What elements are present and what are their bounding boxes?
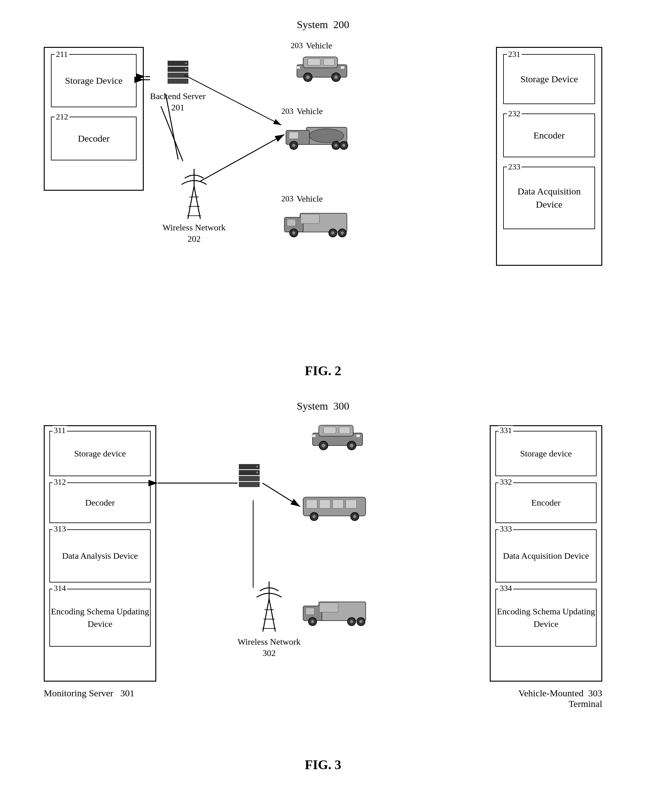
fig2-vehicle-1-id: 203 (291, 41, 303, 50)
svg-rect-14 (308, 58, 320, 66)
fig2-box-232: 232 Encoder (503, 113, 595, 157)
backend-server-label: Backend Server 201 (150, 91, 206, 113)
fig3-right-group: 331 Storage device 332 Encoder 333 Data … (490, 425, 602, 682)
fig3-server (238, 463, 261, 493)
fig2-wireless-network: Wireless Network 202 (163, 159, 225, 245)
svg-point-29 (334, 144, 338, 147)
fig3-label-331: 331 (498, 426, 513, 435)
fig3-label-311: 311 (52, 426, 67, 435)
svg-point-72 (312, 515, 315, 518)
fig2-system-title: System 200 (297, 19, 349, 31)
fig3-wireless-label: Wireless Network 302 (238, 636, 301, 659)
svg-point-61 (321, 444, 325, 447)
suv-icon-fig3 (306, 419, 369, 450)
svg-rect-35 (301, 214, 319, 224)
tower-icon-fig3 (253, 572, 285, 635)
svg-point-4 (185, 62, 187, 64)
fig2-text-231: Storage Device (520, 74, 578, 84)
fig3-label: FIG. 3 (305, 757, 341, 772)
fig2-label-212: 212 (55, 112, 69, 122)
svg-rect-70 (346, 500, 357, 508)
fig3-box-332: 332 Encoder (495, 482, 597, 523)
svg-point-90 (360, 620, 363, 623)
fig3-text-331: Storage device (520, 449, 572, 459)
svg-point-41 (341, 231, 344, 235)
fig3-label-333: 333 (498, 524, 513, 534)
svg-rect-84 (319, 603, 338, 612)
fig3-text-314: Encoding Schema Updating Device (50, 605, 150, 630)
fig3-diagram: System 300 311 Storage device 312 Decode… (25, 400, 621, 775)
fig3-text-311: Storage device (74, 449, 126, 459)
svg-line-76 (269, 599, 275, 632)
fig3-left-group: 311 Storage device 312 Decoder 313 Data … (44, 425, 156, 682)
fig2-right-group: 231 Storage Device 232 Encoder 233 Data … (496, 47, 602, 266)
svg-line-75 (263, 599, 269, 632)
svg-rect-67 (306, 500, 317, 508)
fig2-box-211: 211 Storage Device (51, 54, 137, 107)
fig3-vehicle-suv (306, 419, 369, 452)
fig2-text-233: Data Acquisition Device (504, 185, 594, 211)
svg-line-7 (194, 186, 200, 219)
svg-line-93 (262, 483, 300, 507)
fig2-vehicle-1: 203 Vehicle (291, 41, 353, 82)
svg-point-19 (334, 75, 338, 79)
svg-rect-20 (341, 66, 344, 69)
fig3-monitoring-server-label: Monitoring Server 301 (44, 688, 134, 699)
fig3-text-312: Decoder (85, 498, 115, 508)
fig2-vehicle-1-label: Vehicle (306, 41, 332, 50)
fig3-box-314: 314 Encoding Schema Updating Device (49, 589, 151, 647)
fig2-box-212: 212 Decoder (51, 117, 137, 160)
fig3-text-332: Encoder (531, 498, 561, 508)
svg-point-31 (342, 144, 345, 147)
fig2-vehicle-3-id: 203 (281, 194, 294, 203)
svg-line-6 (188, 186, 194, 219)
fig3-box-313: 313 Data Analysis Device (49, 530, 151, 583)
fig3-box-333: 333 Data Acquisition Device (495, 530, 597, 583)
fig2-vehicle-2-id: 203 (281, 107, 294, 116)
fig3-box-311: 311 Storage device (49, 431, 151, 476)
svg-rect-2 (168, 73, 188, 78)
fig3-vehicle-bus (300, 488, 369, 524)
server-icon-fig3 (238, 463, 261, 493)
fig3-text-313: Data Analysis Device (62, 549, 138, 562)
fig2-wireless-label: Wireless Network 202 (163, 222, 225, 245)
fig2-box-231: 231 Storage Device (503, 54, 595, 104)
fig2-label-211: 211 (55, 50, 69, 59)
fig3-vehicle-truck (300, 594, 369, 630)
bus-icon-fig3 (300, 488, 369, 522)
svg-rect-64 (356, 435, 360, 437)
fig2-label: FIG. 2 (305, 363, 341, 379)
fig2-text-211: Storage Device (65, 74, 122, 87)
fig2-backend-server: Backend Server 201 (150, 60, 206, 113)
fig2-box-233: 233 Data Acquisition Device (503, 166, 595, 229)
fig2-text-212: Decoder (78, 133, 110, 144)
fig3-label-332: 332 (498, 478, 513, 487)
svg-rect-59 (339, 427, 350, 433)
fig2-left-group: 211 Storage Device 212 Decoder (44, 47, 144, 191)
fig3-label-312: 312 (52, 478, 67, 487)
fig3-label-313: 313 (52, 524, 67, 534)
svg-rect-53 (239, 482, 259, 487)
truck-icon-fig3 (300, 594, 369, 629)
svg-point-63 (350, 444, 353, 447)
fig3-text-334: Encoding Schema Updating Device (496, 605, 596, 630)
svg-rect-25 (289, 132, 299, 139)
fig2-diagram: System 200 211 Storage Device 212 Decode… (25, 19, 621, 382)
svg-line-42 (161, 106, 183, 161)
svg-rect-52 (239, 476, 259, 481)
svg-point-39 (331, 231, 334, 235)
fig3-system-title: System 300 (297, 400, 349, 412)
svg-rect-68 (319, 500, 331, 508)
fig2-vehicle-2-label: Vehicle (297, 106, 323, 116)
fig3-vehicle-mounted-label: Vehicle-Mounted 303 Terminal (518, 688, 602, 709)
svg-rect-83 (306, 608, 314, 615)
suv-icon (291, 50, 353, 82)
fig2-vehicle-2: 203 Vehicle (281, 106, 350, 152)
fig2-label-231: 231 (507, 50, 522, 59)
fig2-text-232: Encoder (533, 130, 565, 141)
svg-point-37 (292, 231, 296, 235)
svg-point-17 (306, 75, 310, 79)
svg-point-27 (292, 144, 296, 147)
svg-point-54 (256, 466, 258, 467)
fig2-vehicle-3: 203 Vehicle (281, 194, 350, 240)
